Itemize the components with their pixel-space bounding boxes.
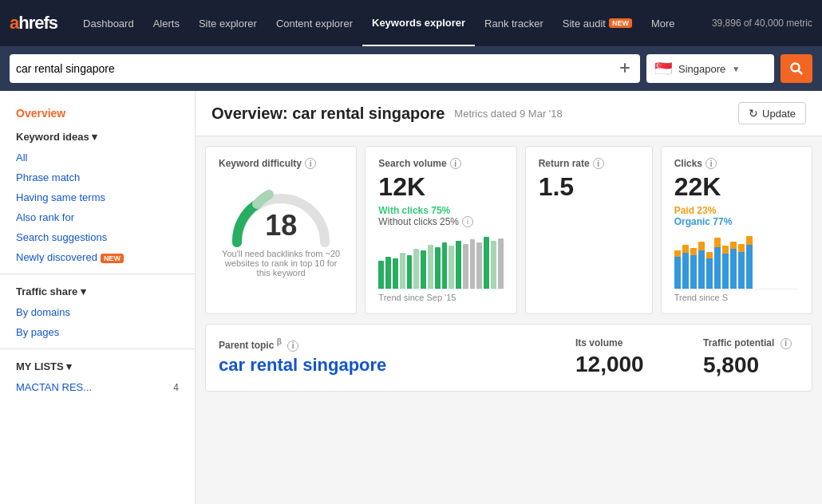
sidebar-list-item[interactable]: MACTAN RES... 4 (0, 377, 195, 397)
country-selector[interactable]: 🇸🇬 Singapore ▼ (646, 54, 774, 83)
return-rate-value: 1.5 (539, 172, 639, 202)
cards-row: Keyword difficulty i (196, 136, 822, 324)
sidebar-item-by-pages[interactable]: By pages (0, 322, 195, 342)
info-icon[interactable]: i (705, 158, 717, 169)
nav-site-explorer[interactable]: Site explorer (189, 0, 267, 46)
metrics-count: 39,896 of 40,000 metric (712, 18, 812, 29)
clicks-title: Clicks i (674, 158, 799, 169)
search-volume-title: Search volume i (378, 158, 503, 169)
its-volume-label: Its volume (575, 337, 671, 348)
search-bar: 🇸🇬 Singapore ▼ (0, 46, 822, 91)
info-icon[interactable]: i (305, 158, 316, 169)
top-navigation: ahrefs Dashboard Alerts Site explorer Co… (0, 0, 822, 46)
sidebar-keyword-ideas[interactable]: Keyword ideas ▾ (0, 126, 195, 148)
sidebar-item-by-domains[interactable]: By domains (0, 302, 195, 322)
info-icon[interactable]: i (593, 158, 604, 169)
paid-clicks: Paid 23% (674, 205, 799, 216)
list-item-name: MACTAN RES... (16, 381, 92, 393)
return-rate-title: Return rate i (539, 158, 639, 169)
without-clicks: Without clicks 25% i (378, 216, 503, 227)
sidebar-overview[interactable]: Overview (0, 104, 195, 126)
volume-trend-label: Trend since Sep '15 (378, 293, 503, 302)
search-button[interactable] (781, 54, 812, 83)
sidebar-item-having-same-terms[interactable]: Having same terms (0, 187, 195, 207)
sidebar-item-all[interactable]: All (0, 148, 195, 167)
nav-content-explorer[interactable]: Content explorer (267, 0, 362, 46)
its-volume-value: 12,000 (575, 352, 671, 377)
logo-a: a (10, 13, 18, 33)
difficulty-title: Keyword difficulty i (219, 158, 343, 169)
svg-line-3 (799, 71, 803, 75)
its-volume-block: Its volume 12,000 (575, 337, 671, 377)
svg-point-2 (792, 64, 800, 72)
list-item-count: 4 (173, 382, 179, 393)
parent-topic-label: Parent topic β i (219, 337, 543, 352)
parent-topic-value[interactable]: car rental singapore (219, 355, 543, 376)
nav-dashboard[interactable]: Dashboard (73, 0, 144, 46)
info-icon[interactable]: i (462, 216, 473, 227)
search-clear-button[interactable] (616, 62, 634, 76)
sidebar-item-phrase-match[interactable]: Phrase match (0, 167, 195, 187)
search-volume-value: 12K (378, 172, 503, 202)
nav-alerts[interactable]: Alerts (144, 0, 189, 46)
clicks-trend-label: Trend since S (674, 293, 799, 302)
traffic-potential-value: 5,800 (703, 352, 799, 378)
gauge-container: 18 You'll need backlinks from ~20 websit… (219, 172, 343, 278)
organic-clicks: Organic 77% (674, 216, 799, 227)
overview-header: Overview: car rental singapore Metrics d… (196, 91, 822, 136)
country-name: Singapore (678, 63, 725, 75)
difficulty-description: You'll need backlinks from ~20 websites … (219, 249, 343, 278)
gauge: 18 (225, 179, 337, 242)
overview-title: Overview: car rental singapore (211, 104, 445, 123)
search-input[interactable] (16, 62, 616, 75)
sidebar-my-lists[interactable]: MY LISTS ▾ (0, 356, 195, 377)
search-input-wrap (10, 54, 640, 83)
beta-label: β (277, 337, 282, 346)
overview-metrics-date: Metrics dated 9 Mar '18 (454, 108, 562, 120)
nav-rank-tracker[interactable]: Rank tracker (475, 0, 553, 46)
info-icon[interactable]: i (450, 158, 461, 169)
difficulty-value: 18 (265, 209, 297, 242)
refresh-icon: ↻ (749, 107, 758, 120)
sidebar-item-search-suggestions[interactable]: Search suggestions (0, 227, 195, 247)
parent-topic: Parent topic β i car rental singapore (219, 337, 543, 376)
country-flag: 🇸🇬 (654, 60, 672, 77)
logo[interactable]: ahrefs (10, 13, 57, 33)
update-button[interactable]: ↻ Update (738, 102, 806, 124)
info-icon[interactable]: i (287, 341, 298, 352)
with-clicks: With clicks 75% (378, 205, 503, 216)
info-icon[interactable]: i (781, 338, 792, 349)
svg-rect-1 (624, 63, 626, 73)
main-layout: Overview Keyword ideas ▾ All Phrase matc… (0, 91, 822, 504)
return-rate-card: Return rate i 1.5 (525, 146, 653, 314)
traffic-potential-block: Traffic potential i 5,800 (703, 337, 799, 378)
nav-site-audit[interactable]: Site auditNEW (553, 0, 642, 46)
sidebar-traffic-share[interactable]: Traffic share ▾ (0, 281, 195, 302)
clicks-value: 22K (674, 172, 799, 202)
keyword-difficulty-card: Keyword difficulty i (205, 146, 357, 314)
nav-more[interactable]: More (642, 0, 685, 46)
clicks-card: Clicks i 22K Paid 23% Organic 77% (661, 146, 812, 314)
logo-brand: hrefs (18, 13, 57, 33)
traffic-potential-label: Traffic potential i (703, 337, 799, 349)
new-badge: NEW (101, 254, 124, 263)
content-area: Overview: car rental singapore Metrics d… (196, 91, 822, 504)
sidebar-item-newly-discovered[interactable]: Newly discoveredNEW (0, 247, 195, 267)
parent-topic-section: Parent topic β i car rental singapore It… (205, 324, 812, 392)
search-volume-card: Search volume i 12K With clicks 75% With… (365, 146, 516, 314)
sidebar-item-also-rank-for[interactable]: Also rank for (0, 207, 195, 227)
chevron-down-icon: ▼ (732, 65, 740, 73)
sidebar: Overview Keyword ideas ▾ All Phrase matc… (0, 91, 196, 504)
nav-keywords-explorer[interactable]: Keywords explorer (362, 0, 475, 46)
new-badge: NEW (609, 18, 632, 28)
